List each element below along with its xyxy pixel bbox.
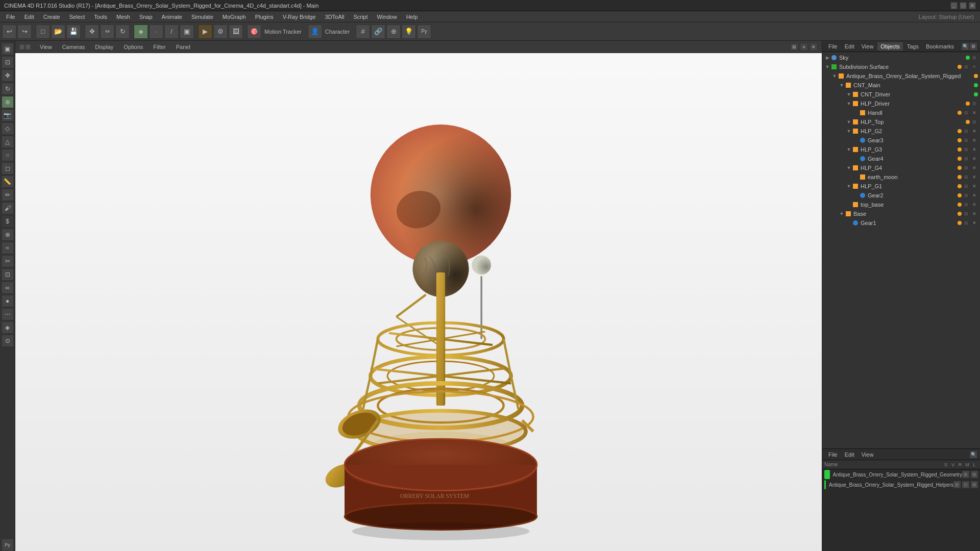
light-button[interactable]: 💡 bbox=[402, 24, 416, 39]
render-button[interactable]: ▶ bbox=[198, 24, 212, 39]
tool-misc2[interactable]: ⊙ bbox=[2, 335, 14, 347]
new-scene-button[interactable]: □ bbox=[36, 24, 50, 39]
obj-tab-bookmarks[interactable]: Bookmarks bbox=[923, 42, 957, 51]
obj-tab-view[interactable]: View bbox=[859, 42, 877, 51]
viewport-panel-menu[interactable]: Panel bbox=[173, 43, 193, 51]
content-tab-file[interactable]: File bbox=[825, 450, 841, 459]
render-settings-button[interactable]: ⚙ bbox=[213, 24, 228, 39]
viewport-options-menu[interactable]: Options bbox=[120, 43, 146, 51]
tool-sphere[interactable]: ● bbox=[2, 295, 14, 307]
tool-twist[interactable]: ∞ bbox=[2, 282, 14, 294]
points-mode-button[interactable]: · bbox=[149, 24, 163, 39]
obj-tab-tags[interactable]: Tags bbox=[904, 42, 922, 51]
obj-toggle-hlp-top[interactable]: ▼ bbox=[846, 119, 852, 124]
obj-toggle-subdivision[interactable]: ▼ bbox=[824, 64, 830, 69]
menu-select[interactable]: Select bbox=[65, 13, 89, 21]
tool-7[interactable]: ○ bbox=[2, 149, 14, 161]
obj-row-gear1[interactable]: ▶ Gear1 ⊞ ✕ bbox=[822, 218, 980, 228]
obj-row-gear3[interactable]: ▶ Gear3 ⊞ ✕ bbox=[822, 136, 980, 145]
obj-search-icon[interactable]: 🔍 bbox=[962, 43, 969, 50]
menu-plugins[interactable]: Plugins bbox=[251, 13, 278, 21]
snap-button[interactable]: 🔗 bbox=[371, 24, 385, 39]
tool-scale[interactable]: ⊕ bbox=[2, 96, 14, 108]
menu-mesh[interactable]: Mesh bbox=[112, 13, 134, 21]
save-file-button[interactable]: 💾 bbox=[66, 24, 81, 39]
tool-ruler[interactable]: 📏 bbox=[2, 176, 14, 188]
viewport-view-menu[interactable]: View bbox=[37, 43, 55, 51]
menu-help[interactable]: Help bbox=[402, 13, 422, 21]
tool-magnet[interactable]: ⊡ bbox=[2, 268, 14, 281]
obj-row-cnt-main[interactable]: ▼ CNT_Main bbox=[822, 81, 980, 90]
viewport-options-btn[interactable]: ≡ bbox=[800, 43, 808, 51]
tool-paint4[interactable]: ⊗ bbox=[2, 229, 14, 241]
obj-row-hlp-g4[interactable]: ▼ HLP_G4 ⊞ ✕ bbox=[822, 163, 980, 172]
tool-misc[interactable]: ◈ bbox=[2, 321, 14, 334]
tool-6[interactable]: △ bbox=[2, 136, 14, 148]
obj-row-hlp-g1[interactable]: ▼ HLP_G1 ⊞ ✕ bbox=[822, 182, 980, 191]
menu-3dtoall[interactable]: 3DToAll bbox=[321, 13, 349, 21]
obj-row-antique[interactable]: ▼ Antique_Brass_Orrery_Solar_System_Rigg… bbox=[822, 71, 980, 81]
menu-tools[interactable]: Tools bbox=[90, 13, 111, 21]
menu-simulate[interactable]: Simulate bbox=[187, 13, 217, 21]
minimize-button[interactable]: _ bbox=[950, 2, 958, 9]
menu-edit[interactable]: Edit bbox=[20, 13, 38, 21]
obj-toggle-base[interactable]: ▼ bbox=[839, 211, 845, 216]
obj-row-hlp-driver[interactable]: ▼ HLP_Driver ⊞ bbox=[822, 99, 980, 108]
viewport-canvas[interactable]: ORRERY SOLAR SYSTEM bbox=[15, 53, 822, 551]
obj-tab-file[interactable]: File bbox=[825, 42, 841, 51]
obj-row-hlp-g2[interactable]: ▼ HLP_G2 ⊞ ✕ bbox=[822, 127, 980, 136]
tool-5[interactable]: ◇ bbox=[2, 122, 14, 135]
obj-row-hlp-top[interactable]: ▼ HLP_Top ⊞ bbox=[822, 117, 980, 127]
render-to-po-button[interactable]: 🖼 bbox=[229, 24, 243, 39]
grid-button[interactable]: # bbox=[356, 24, 370, 39]
move-tool-button[interactable]: ✥ bbox=[85, 24, 99, 39]
rotate-tool-button[interactable]: ↻ bbox=[115, 24, 130, 39]
obj-toggle-hlp-g4[interactable]: ▼ bbox=[846, 165, 852, 170]
obj-row-cnt-driver[interactable]: ▼ CNT_Driver bbox=[822, 90, 980, 99]
obj-toggle-hlp-g1[interactable]: ▼ bbox=[846, 184, 852, 189]
obj-toggle-hlp-g3[interactable]: ▼ bbox=[846, 147, 852, 152]
redo-button[interactable]: ↪ bbox=[17, 24, 32, 39]
viewport-display-menu[interactable]: Display bbox=[92, 43, 116, 51]
obj-toggle-antique[interactable]: ▼ bbox=[831, 73, 838, 79]
open-file-button[interactable]: 📂 bbox=[51, 24, 65, 39]
content-row-geometry[interactable]: Antique_Brass_Orrery_Solar_System_Rigged… bbox=[822, 469, 980, 480]
obj-row-earth-moon[interactable]: ▶ earth_moon ⊞ ✕ bbox=[822, 172, 980, 182]
obj-toggle-hlp-driver[interactable]: ▼ bbox=[846, 101, 852, 106]
tool-draw[interactable]: ✏ bbox=[2, 189, 14, 201]
tool-select[interactable]: ▣ bbox=[2, 43, 14, 55]
content-tab-edit[interactable]: Edit bbox=[842, 450, 857, 459]
obj-row-handl[interactable]: ▶ Handl ⊞ ✕ bbox=[822, 108, 980, 117]
character-button[interactable]: 👤 bbox=[308, 24, 322, 39]
scale-tool-button[interactable]: ⇔ bbox=[100, 24, 114, 39]
obj-row-sky[interactable]: ▶ Sky ⊞ bbox=[822, 53, 980, 62]
undo-button[interactable]: ↩ bbox=[2, 24, 16, 39]
tool-knife[interactable]: ✂ bbox=[2, 255, 14, 267]
obj-row-subdivision[interactable]: ▼ Subdivision Surface ⊞ ✕ bbox=[822, 62, 980, 71]
viewport-expand-btn[interactable]: ⊞ bbox=[790, 43, 798, 51]
menu-mograph[interactable]: MoGraph bbox=[218, 13, 250, 21]
menu-create[interactable]: Create bbox=[39, 13, 64, 21]
tool-python[interactable]: Py bbox=[2, 539, 14, 551]
viewport-lock[interactable] bbox=[26, 44, 31, 49]
python-button[interactable]: Py bbox=[417, 24, 431, 39]
tool-8[interactable]: ◻ bbox=[2, 162, 14, 174]
obj-row-base[interactable]: ▼ Base ⊞ ✕ bbox=[822, 209, 980, 218]
viewport-pin[interactable] bbox=[19, 44, 24, 49]
tool-paint[interactable]: ⊡ bbox=[2, 56, 14, 68]
close-button[interactable]: ✕ bbox=[969, 2, 976, 9]
obj-row-gear2[interactable]: ▶ Gear2 ⊞ ✕ bbox=[822, 191, 980, 200]
obj-row-hlp-g3[interactable]: ▼ HLP_G3 ⊞ ✕ bbox=[822, 145, 980, 154]
obj-row-gear4[interactable]: ▶ Gear4 ⊞ ✕ bbox=[822, 154, 980, 163]
motion-tracker-button[interactable]: 🎯 bbox=[247, 24, 261, 39]
menu-animate[interactable]: Animate bbox=[158, 13, 186, 21]
obj-toggle-cnt-main[interactable]: ▼ bbox=[839, 83, 845, 88]
tool-paint5[interactable]: ≈ bbox=[2, 242, 14, 254]
menu-vraybridge[interactable]: V-Ray Bridge bbox=[279, 13, 320, 21]
obj-row-top-base[interactable]: ▶ top_base ⊞ ✕ bbox=[822, 200, 980, 209]
tool-paint2[interactable]: 🖌 bbox=[2, 202, 14, 214]
tool-rotate[interactable]: ↻ bbox=[2, 83, 14, 95]
content-tab-view[interactable]: View bbox=[859, 450, 877, 459]
menu-file[interactable]: File bbox=[2, 13, 19, 21]
obj-settings-icon[interactable]: ⚙ bbox=[970, 43, 977, 50]
